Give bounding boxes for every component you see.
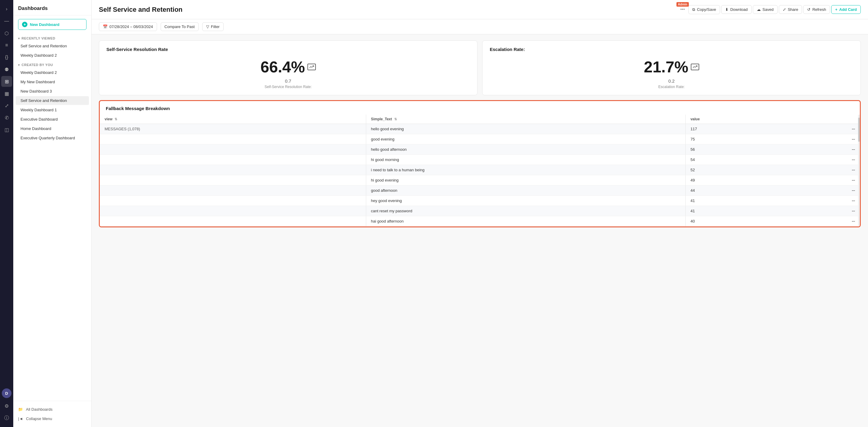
more-options-wrapper: Admin ··· — [678, 4, 687, 14]
self-service-label: Self-Service Resolution Rate: — [106, 85, 470, 89]
recently-viewed-section[interactable]: ▾ RECENTLY VIEWED — [13, 33, 91, 41]
col-simpletext-header[interactable]: Simple_Text ⇅ — [366, 115, 685, 124]
content-area: Self-Service Resolution Rate 66.4% 0.7 S… — [92, 34, 868, 427]
view-cell — [100, 185, 366, 196]
table-scrollbar-thumb[interactable] — [858, 118, 860, 142]
view-cell: MESSAGES (1,078) — [100, 124, 366, 134]
collapse-menu-button[interactable]: |◄ Collapse Menu — [18, 414, 87, 423]
grid-icon[interactable]: ⊞ — [1, 76, 12, 87]
table-body: MESSAGES (1,078)hello good evening117···… — [100, 124, 860, 226]
user-avatar[interactable]: D — [2, 388, 11, 398]
col-view-header[interactable]: view ⇅ — [100, 115, 366, 124]
table-scrollbar[interactable] — [858, 115, 860, 226]
value-cell: 52 — [686, 165, 847, 175]
escalation-card-title: Escalation Rate: — [490, 47, 853, 52]
page-title: Self Service and Retention — [99, 6, 183, 13]
sidebar-footer: 📁 All Dashboards |◄ Collapse Menu — [13, 401, 91, 427]
table-row: good evening75··· — [100, 134, 860, 145]
simple-text-cell: hi good morning — [366, 155, 685, 165]
filterbar: 📅 07/28/2024 – 08/03/2024 Compare To Pas… — [92, 19, 868, 34]
date-range-button[interactable]: 📅 07/28/2024 – 08/03/2024 — [99, 22, 157, 31]
filter-label: Filter — [211, 24, 220, 29]
value-cell: 49 — [686, 175, 847, 185]
table-row: hai good afternoon40··· — [100, 216, 860, 226]
sidebar-item-weekly-2-recent[interactable]: Weekly Dashboard 2 — [16, 51, 89, 60]
saved-button[interactable]: ☁ Saved — [753, 5, 778, 14]
dash-icon[interactable]: — — [1, 16, 12, 27]
copy-save-button[interactable]: ⧉ Copy/Save — [688, 5, 720, 14]
download-icon: ⬇ — [725, 7, 728, 12]
sidebar-item-new-3[interactable]: New Dashboard 3 — [16, 87, 89, 96]
simple-text-cell: good afternoon — [366, 185, 685, 196]
table-header-row: view ⇅ Simple_Text ⇅ value — [100, 115, 860, 124]
new-dashboard-button[interactable]: + New Dashboard — [18, 19, 87, 30]
add-card-plus-icon: + — [835, 7, 838, 12]
collapse-icon: |◄ — [18, 417, 23, 421]
date-range-label: 07/28/2024 – 08/03/2024 — [110, 24, 153, 29]
sidebar-item-executive-quarterly[interactable]: Executive Quarterly Dashboard — [16, 133, 89, 142]
view-cell — [100, 155, 366, 165]
view-sort-icon[interactable]: ⇅ — [115, 117, 117, 121]
self-service-value: 66.4% — [260, 58, 305, 76]
new-dashboard-plus-icon: + — [22, 22, 27, 27]
created-by-you-label: CREATED BY YOU — [22, 63, 53, 67]
table-row: cant reset my password41··· — [100, 206, 860, 216]
people-icon[interactable]: ⚉ — [1, 64, 12, 75]
share-button[interactable]: ⤢ Share — [779, 5, 802, 14]
connect-icon[interactable]: ⤢ — [1, 100, 12, 111]
saved-label: Saved — [763, 7, 774, 12]
add-card-button[interactable]: + Add Card — [831, 5, 861, 14]
expand-rail-icon[interactable]: › — [1, 4, 12, 14]
fallback-table-card: Fallback Message Breakdown view ⇅ Simple… — [99, 100, 861, 227]
sidebar-item-weekly-2[interactable]: Weekly Dashboard 2 — [16, 68, 89, 77]
escalation-label: Escalation Rate: — [490, 85, 853, 89]
value-cell: 75 — [686, 134, 847, 145]
view-cell — [100, 145, 366, 155]
topbar-actions: Admin ··· ⧉ Copy/Save ⬇ Download ☁ Saved… — [678, 4, 861, 14]
value-cell: 40 — [686, 216, 847, 226]
escalation-sub-value: 0.2 — [490, 79, 853, 84]
refresh-label: Refresh — [812, 7, 826, 12]
icon-rail: › — ⬡ ≡ {} ⚉ ⊞ ▦ ⤢ ✆ ◫ D ⚙ ⓘ — [0, 0, 13, 427]
sidebar-item-weekly-1[interactable]: Weekly Dashboard 1 — [16, 105, 89, 114]
simple-text-cell: hello good evening — [366, 124, 685, 134]
main-content: Self Service and Retention Admin ··· ⧉ C… — [92, 0, 868, 427]
sidebar-item-executive[interactable]: Executive Dashboard — [16, 115, 89, 124]
settings-icon[interactable]: ⚙ — [1, 400, 12, 411]
all-dashboards-link[interactable]: 📁 All Dashboards — [18, 405, 87, 414]
table-row: MESSAGES (1,078)hello good evening117··· — [100, 124, 860, 134]
self-service-metric-card: Self-Service Resolution Rate 66.4% 0.7 S… — [99, 40, 477, 95]
download-button[interactable]: ⬇ Download — [721, 5, 752, 14]
value-cell: 41 — [686, 196, 847, 206]
refresh-icon: ↺ — [807, 7, 810, 12]
phone-icon[interactable]: ✆ — [1, 112, 12, 123]
col-value-header[interactable]: value — [686, 115, 847, 124]
filter-button[interactable]: ▽ Filter — [202, 22, 224, 31]
simple-text-cell: good evening — [366, 134, 685, 145]
chart-bar-icon[interactable]: ▦ — [1, 88, 12, 99]
sidebar-item-my-new[interactable]: My New Dashboard — [16, 78, 89, 86]
sidebar-item-self-service[interactable]: Self Service and Retention — [16, 96, 89, 105]
compare-to-past-button[interactable]: Compare To Past — [161, 22, 198, 31]
fallback-table-header: Fallback Message Breakdown — [100, 101, 860, 115]
sidebar-item-self-service-recent[interactable]: Self Service and Retention — [16, 41, 89, 50]
created-by-you-chevron: ▾ — [18, 63, 20, 67]
copy-save-label: Copy/Save — [697, 7, 716, 12]
view-cell — [100, 175, 366, 185]
refresh-button[interactable]: ↺ Refresh — [803, 5, 830, 14]
layers-icon[interactable]: ◫ — [1, 124, 12, 135]
table-wrapper: view ⇅ Simple_Text ⇅ value — [100, 115, 860, 226]
calendar-icon: 📅 — [103, 24, 107, 29]
cube-icon[interactable]: ⬡ — [1, 28, 12, 39]
list-icon[interactable]: ≡ — [1, 40, 12, 51]
simple-text-cell: hai good afternoon — [366, 216, 685, 226]
table-head: view ⇅ Simple_Text ⇅ value — [100, 115, 860, 124]
value-cell: 41 — [686, 206, 847, 216]
sidebar-item-home[interactable]: Home Dashboard — [16, 124, 89, 133]
braces-icon[interactable]: {} — [1, 52, 12, 63]
simpletext-sort-icon[interactable]: ⇅ — [394, 117, 397, 121]
info-icon[interactable]: ⓘ — [1, 413, 12, 423]
created-by-you-section[interactable]: ▾ CREATED BY YOU — [13, 60, 91, 68]
simple-text-cell: hello good afternoon — [366, 145, 685, 155]
escalation-value: 21.7% — [644, 58, 688, 76]
